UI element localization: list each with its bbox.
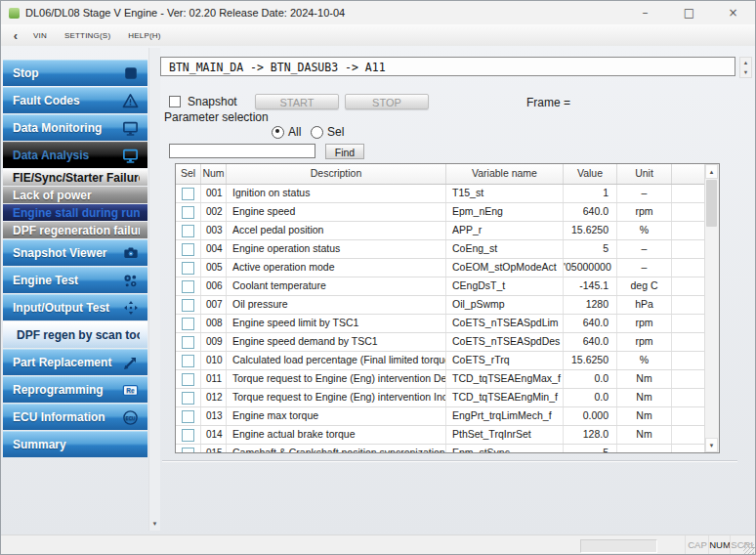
sidebar-item-dpf-regen-by-scan-tool[interactable]: DPF regen by scan tool bbox=[3, 321, 147, 348]
svg-text:ECU: ECU bbox=[126, 415, 137, 420]
sidebar-item-fault-codes[interactable]: Fault Codes bbox=[3, 87, 147, 113]
menu-item-help[interactable]: HELP(H) bbox=[128, 31, 160, 40]
sidebar-scrollbar[interactable]: ▼ bbox=[148, 48, 160, 531]
sidebar-item-input-output-test[interactable]: Input/Output Test bbox=[3, 294, 147, 320]
table-row: 010 Calculated load percentage (Final li… bbox=[176, 352, 719, 370]
warning-icon bbox=[121, 92, 140, 109]
sidebar-item-snapshot-viewer[interactable]: Snapshot Viewer bbox=[3, 239, 147, 266]
table-row: 007 Oil pressure Oil_pSwmp 1280 hPa bbox=[176, 296, 719, 315]
sidebar-item-engine-stall-during-running[interactable]: Engine stall during running bbox=[3, 204, 147, 221]
stop-icon bbox=[121, 64, 140, 82]
camera-icon bbox=[121, 244, 140, 262]
table-body: 001 Ignition on status T15_st 1 – 002 En… bbox=[176, 185, 719, 453]
breadcrumb: BTN_MAIN_DA -> BTN_DASUB3 -> A11 bbox=[160, 57, 735, 76]
parameter-selection-label: Parameter selection bbox=[164, 110, 269, 124]
sidebar-item-part-replacement[interactable]: Part Replacement bbox=[3, 349, 147, 375]
sidebar-item-summary[interactable]: Summary bbox=[3, 431, 147, 457]
scroll-down-icon[interactable]: ▼ bbox=[740, 67, 751, 77]
back-arrow-icon[interactable]: ‹ bbox=[7, 28, 24, 43]
row-checkbox[interactable] bbox=[182, 262, 194, 275]
stop-button[interactable]: STOP bbox=[345, 94, 429, 109]
table-scrollbar[interactable]: ▲ ▼ bbox=[704, 164, 719, 452]
monitor-icon bbox=[121, 119, 140, 137]
sidebar-item-engine-test[interactable]: Engine Test bbox=[3, 267, 147, 293]
menu-bar: ‹ VIN SETTING(S) HELP(H) bbox=[1, 24, 755, 47]
sidebar-item-data-analysis[interactable]: Data Analysis bbox=[3, 142, 147, 168]
frame-label: Frame = bbox=[526, 96, 570, 109]
chevron-down-icon[interactable]: ▼ bbox=[150, 521, 159, 527]
sidebar-item-dpf-regeneration-failure[interactable]: DPF regeneration failure bbox=[3, 222, 147, 238]
snapshot-checkbox[interactable] bbox=[169, 96, 181, 107]
ecu-icon: ECU bbox=[121, 408, 140, 426]
sidebar-item-stop[interactable]: Stop bbox=[3, 60, 147, 86]
start-button[interactable]: START bbox=[255, 94, 339, 109]
app-icon bbox=[9, 8, 20, 19]
num-lock-indicator: NUM bbox=[708, 535, 731, 555]
table-row: 014 Engine actual brake torque PthSet_Tr… bbox=[176, 426, 719, 445]
row-checkbox[interactable] bbox=[182, 448, 194, 454]
caps-lock-indicator: CAP bbox=[685, 535, 709, 555]
header-num[interactable]: Num bbox=[201, 164, 227, 184]
row-checkbox[interactable] bbox=[182, 429, 194, 442]
row-checkbox[interactable] bbox=[182, 336, 194, 349]
row-checkbox[interactable] bbox=[182, 410, 194, 423]
menu-item-setting[interactable]: SETTING(S) bbox=[64, 31, 110, 40]
table-row: 013 Engine max torque EngPrt_trqLimMech_… bbox=[176, 407, 719, 426]
table-row: 009 Engine speed demand by TSC1 CoETS_nT… bbox=[176, 333, 719, 352]
sidebar-item-ecu-information[interactable]: ECU Information ECU bbox=[3, 404, 147, 430]
header-description[interactable]: Description bbox=[227, 164, 446, 184]
io-arrows-icon bbox=[121, 299, 140, 317]
row-checkbox[interactable] bbox=[182, 373, 194, 386]
row-checkbox[interactable] bbox=[182, 225, 194, 237]
row-checkbox[interactable] bbox=[182, 243, 194, 256]
row-checkbox[interactable] bbox=[182, 206, 194, 219]
scroll-up-icon[interactable]: ▲ bbox=[705, 164, 718, 179]
scroll-down-icon[interactable]: ▼ bbox=[705, 438, 718, 452]
find-button[interactable]: Find bbox=[325, 144, 364, 159]
table-row: 006 Coolant temperature CEngDsT_t -145.1… bbox=[176, 278, 719, 296]
sidebar-item-fie-sync-starter-failure[interactable]: FIE/Sync/Starter Failure bbox=[3, 169, 147, 186]
window-title: DL06/DL08 Stage V Engine - Ver: 02.20 Re… bbox=[25, 7, 345, 19]
sidebar-item-lack-of-power[interactable]: Lack of power bbox=[3, 187, 147, 203]
minimize-icon[interactable]: – bbox=[623, 1, 667, 24]
header-value[interactable]: Value bbox=[564, 164, 617, 184]
divider bbox=[162, 460, 737, 462]
close-icon[interactable]: × bbox=[711, 1, 755, 24]
part-icon bbox=[121, 354, 140, 371]
header-unit[interactable]: Unit bbox=[617, 164, 672, 184]
row-checkbox[interactable] bbox=[182, 318, 194, 330]
app-window: DL06/DL08 Stage V Engine - Ver: 02.20 Re… bbox=[0, 0, 756, 555]
header-variable-name[interactable]: Variable name bbox=[446, 164, 564, 184]
table-header: Sel Num Description Variable name Value … bbox=[176, 164, 719, 185]
status-progress-box bbox=[580, 539, 657, 553]
sidebar-item-reprogramming[interactable]: Reprogramming Re bbox=[3, 376, 147, 403]
resize-grip[interactable] bbox=[743, 543, 754, 554]
table-row: 015 Camshaft & Crankshaft position syncr… bbox=[176, 445, 719, 453]
radio-sel[interactable]: Sel bbox=[311, 125, 344, 139]
row-checkbox[interactable] bbox=[182, 280, 194, 293]
snapshot-label: Snapshot bbox=[188, 95, 237, 108]
table-row: 008 Engine speed limit by TSC1 CoETS_nTS… bbox=[176, 315, 719, 333]
table-row: 011 Torque request to Engine (Eng) inter… bbox=[176, 370, 719, 389]
scrollbar-thumb[interactable] bbox=[706, 180, 717, 227]
sidebar: Stop Fault Codes Data Monitoring Data An… bbox=[3, 60, 147, 458]
find-input[interactable] bbox=[169, 144, 315, 158]
row-checkbox[interactable] bbox=[182, 392, 194, 405]
re-icon: Re bbox=[121, 381, 140, 399]
maximize-icon[interactable]: □ bbox=[667, 1, 711, 24]
svg-text:Re: Re bbox=[126, 387, 135, 394]
radio-all[interactable]: All bbox=[272, 125, 301, 139]
gears-icon bbox=[121, 272, 140, 289]
sidebar-item-data-monitoring[interactable]: Data Monitoring bbox=[3, 114, 147, 141]
table-row: 012 Torque request to Engine (Eng) inter… bbox=[176, 389, 719, 407]
menu-item-vin[interactable]: VIN bbox=[33, 31, 47, 40]
scroll-up-icon[interactable]: ▲ bbox=[740, 58, 751, 67]
header-sel[interactable]: Sel bbox=[176, 164, 201, 184]
row-checkbox[interactable] bbox=[182, 355, 194, 367]
row-checkbox[interactable] bbox=[182, 188, 194, 200]
radio-dot-icon bbox=[272, 126, 284, 139]
radio-circle-icon bbox=[311, 126, 323, 139]
row-checkbox[interactable] bbox=[182, 299, 194, 312]
table-row: 005 Active operation mode CoEOM_stOpMode… bbox=[176, 259, 719, 278]
main-scrollbar[interactable]: ▲ ▼ bbox=[739, 57, 752, 78]
